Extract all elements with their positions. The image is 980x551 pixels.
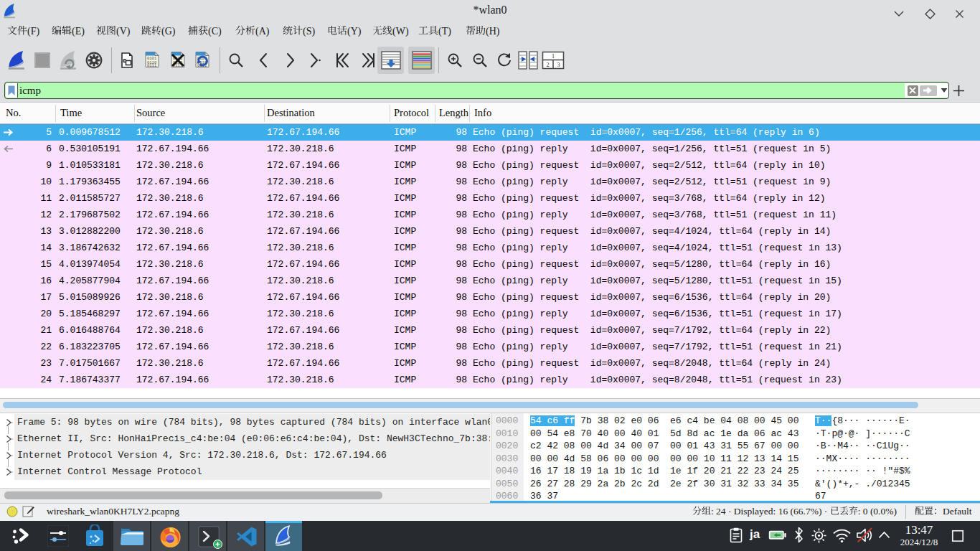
svg-text:0111: 0111 [147,63,157,68]
svg-text:2: 2 [547,62,550,68]
svg-text:3: 3 [557,62,560,68]
svg-text:1: 1 [552,53,555,60]
